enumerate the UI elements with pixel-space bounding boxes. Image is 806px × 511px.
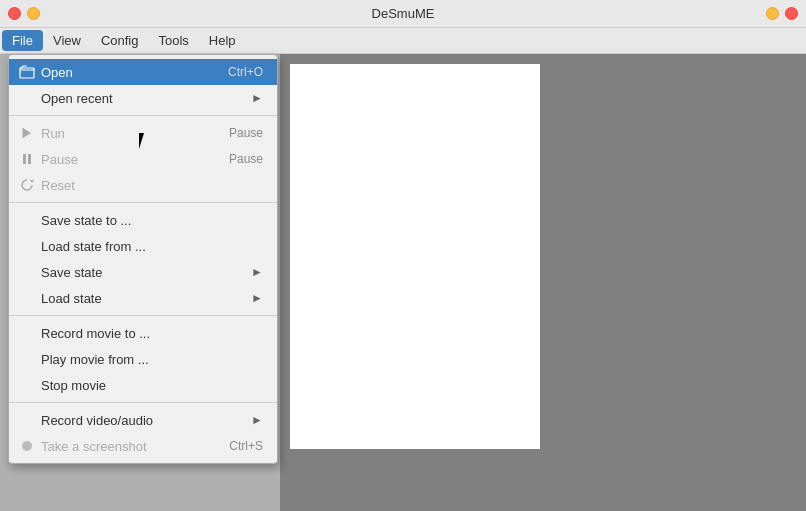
traffic-red[interactable] xyxy=(785,7,798,20)
menu-config[interactable]: Config xyxy=(91,30,149,51)
open-recent-arrow: ► xyxy=(251,91,263,105)
open-icon xyxy=(17,64,37,80)
save-state-label: Save state xyxy=(41,265,102,280)
main-content xyxy=(280,54,806,511)
close-button[interactable] xyxy=(8,7,21,20)
menu-item-pause: Pause Pause xyxy=(9,146,277,172)
traffic-yellow[interactable] xyxy=(766,7,779,20)
menu-item-record-video[interactable]: Record video/audio ► xyxy=(9,407,277,433)
svg-marker-1 xyxy=(23,128,31,138)
stop-movie-label: Stop movie xyxy=(41,378,106,393)
run-label: Run xyxy=(41,126,65,141)
open-recent-label: Open recent xyxy=(41,91,113,106)
run-shortcut: Pause xyxy=(229,126,263,140)
save-state-arrow: ► xyxy=(251,265,263,279)
menu-item-save-state-to[interactable]: Save state to ... xyxy=(9,207,277,233)
window-title: DeSmuME xyxy=(372,6,435,21)
title-bar: DeSmuME xyxy=(0,0,806,28)
svg-rect-4 xyxy=(28,154,31,164)
pause-icon xyxy=(17,152,37,166)
menu-item-open[interactable]: Open Ctrl+O xyxy=(9,59,277,85)
run-icon xyxy=(17,126,37,140)
pause-label: Pause xyxy=(41,152,78,167)
menu-item-play-movie[interactable]: Play movie from ... xyxy=(9,346,277,372)
separator-4 xyxy=(9,402,277,403)
file-dropdown: Open Ctrl+O Open recent ► Run Pause Pa xyxy=(8,54,278,464)
separator-3 xyxy=(9,315,277,316)
menu-item-screenshot: Take a screenshot Ctrl+S xyxy=(9,433,277,459)
record-video-arrow: ► xyxy=(251,413,263,427)
save-state-to-label: Save state to ... xyxy=(41,213,131,228)
play-movie-label: Play movie from ... xyxy=(41,352,149,367)
reset-label: Reset xyxy=(41,178,75,193)
menu-item-load-state[interactable]: Load state ► xyxy=(9,285,277,311)
record-movie-label: Record movie to ... xyxy=(41,326,150,341)
menu-item-reset: Reset xyxy=(9,172,277,198)
game-screen xyxy=(290,64,540,449)
svg-rect-3 xyxy=(23,154,26,164)
menu-tools[interactable]: Tools xyxy=(148,30,198,51)
menu-item-run: Run Pause xyxy=(9,120,277,146)
menu-item-record-movie[interactable]: Record movie to ... xyxy=(9,320,277,346)
menu-file[interactable]: File xyxy=(2,30,43,51)
svg-marker-5 xyxy=(30,180,34,183)
separator-1 xyxy=(9,115,277,116)
pause-shortcut: Pause xyxy=(229,152,263,166)
title-bar-controls-right xyxy=(766,7,798,20)
menu-help[interactable]: Help xyxy=(199,30,246,51)
menu-item-stop-movie[interactable]: Stop movie xyxy=(9,372,277,398)
minimize-button[interactable] xyxy=(27,7,40,20)
separator-2 xyxy=(9,202,277,203)
open-label: Open xyxy=(41,65,73,80)
record-video-label: Record video/audio xyxy=(41,413,153,428)
menu-item-save-state[interactable]: Save state ► xyxy=(9,259,277,285)
menu-view[interactable]: View xyxy=(43,30,91,51)
load-state-from-label: Load state from ... xyxy=(41,239,146,254)
load-state-label: Load state xyxy=(41,291,102,306)
open-shortcut: Ctrl+O xyxy=(228,65,263,79)
screenshot-label: Take a screenshot xyxy=(41,439,147,454)
screenshot-shortcut: Ctrl+S xyxy=(229,439,263,453)
reset-icon xyxy=(17,178,37,192)
menu-item-open-recent[interactable]: Open recent ► xyxy=(9,85,277,111)
screenshot-icon xyxy=(17,441,37,451)
load-state-arrow: ► xyxy=(251,291,263,305)
title-bar-controls-left xyxy=(8,7,40,20)
menu-item-load-state-from[interactable]: Load state from ... xyxy=(9,233,277,259)
menu-bar: File View Config Tools Help xyxy=(0,28,806,54)
